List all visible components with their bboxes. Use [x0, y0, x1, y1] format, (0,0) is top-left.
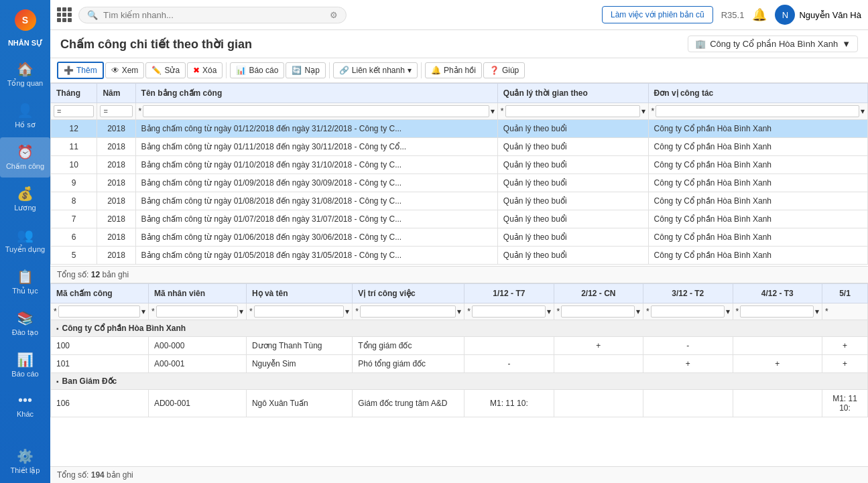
bcol-d4: 4/12 - T3 [733, 284, 822, 303]
bfilter-d1-icon[interactable]: ▾ [547, 307, 551, 316]
bfilter-d5[interactable]: * [822, 303, 867, 320]
bottom-table: Mã chấm công Mã nhân viên Họ và tên Vị t… [50, 283, 868, 417]
apps-grid-btn[interactable] [57, 7, 72, 22]
bottom-table-row[interactable]: 100 A00-000 Dương Thanh Tùng Tổng giám đ… [51, 337, 868, 355]
top-table-row[interactable]: 6 2018 Bảng chấm công từ ngày 01/06/2018… [51, 228, 868, 247]
filter-donvi[interactable]: * ▾ [648, 103, 867, 120]
group-header: ▪ Công ty Cổ phần Hòa Bình Xanh [51, 320, 868, 337]
sidebar-item-luong[interactable]: 💰 Lương [0, 179, 50, 219]
bottom-table-row[interactable]: 101 A00-001 Nguyễn Sim Phó tổng giám đốc… [51, 355, 868, 373]
delete-label: Xóa [202, 66, 216, 75]
filter-donvi-input[interactable] [656, 105, 859, 117]
top-table-row[interactable]: 10 2018 Bảng chấm công từ ngày 01/10/201… [51, 156, 868, 174]
top-table-row[interactable]: 5 2018 Bảng chấm công từ ngày 01/05/2018… [51, 247, 868, 265]
bfilter-manv-icon[interactable]: ▾ [239, 307, 243, 316]
sidebar: S NHÂN SỰ 🏠 Tổng quan 👤 Hồ sơ ⏰ Chấm côn… [0, 0, 50, 483]
sidebar-item-hoso[interactable]: 👤 Hồ sơ [0, 96, 50, 136]
sidebar-label-tuyendung: Tuyển dụng [5, 245, 45, 254]
cell-hoten: Nguyễn Sim [246, 355, 352, 373]
settings-search-icon[interactable]: ⚙ [330, 10, 338, 20]
group-expand-icon[interactable]: ▪ [56, 378, 59, 385]
bfilter-vitri-input[interactable] [360, 305, 456, 318]
search-input[interactable] [103, 10, 324, 20]
bfilter-d4-input[interactable] [740, 305, 814, 318]
sidebar-item-tongquan[interactable]: 🏠 Tổng quan [0, 54, 50, 94]
cell-hoten: Dương Thanh Tùng [246, 337, 352, 355]
top-table-row[interactable]: 7 2018 Bảng chấm công từ ngày 01/07/2018… [51, 210, 868, 228]
bottom-table-row[interactable]: 106 AD00-001 Ngô Xuân Tuấn Giám đốc trun… [51, 390, 868, 417]
group-expand-icon[interactable]: ▪ [56, 325, 59, 332]
filter-nam[interactable]: = [97, 103, 135, 120]
top-table-row[interactable]: 12 2018 Bảng chấm công từ ngày 01/12/201… [51, 120, 868, 138]
top-table-row[interactable]: 9 2018 Bảng chấm công từ ngày 01/09/2018… [51, 174, 868, 192]
cell-ten: Bảng chấm công từ ngày 01/12/2018 đến ng… [135, 120, 497, 138]
filter-quanly-dropdown-icon[interactable]: ▾ [641, 107, 645, 116]
sidebar-item-khac[interactable]: ••• Khác [0, 386, 50, 425]
sidebar-item-baocao[interactable]: 📊 Báo cáo [0, 345, 50, 385]
bfilter-d2-input[interactable] [561, 305, 635, 318]
reload-button[interactable]: 🔄 Nạp [286, 62, 325, 78]
company-selector[interactable]: 🏢 Công ty Cổ phần Hòa Bình Xanh ▼ [688, 36, 858, 52]
old-version-button[interactable]: Làm việc với phiên bản cũ [602, 6, 713, 23]
filter-ten-dropdown-icon[interactable]: ▾ [491, 107, 495, 116]
bfilter-d3-input[interactable] [651, 305, 725, 318]
bfilter-d2[interactable]: *▾ [554, 303, 643, 320]
filter-ten[interactable]: * ▾ [135, 103, 497, 120]
sidebar-item-thutuc[interactable]: 📋 Thủ tục [0, 262, 50, 302]
filter-thang[interactable]: = [51, 103, 97, 120]
bfilter-d4[interactable]: *▾ [733, 303, 822, 320]
search-bar[interactable]: 🔍 ⚙ [78, 7, 347, 23]
search-icon: 🔍 [87, 10, 98, 20]
bfilter-manv-input[interactable] [156, 305, 238, 318]
notification-bell-icon[interactable]: 🔔 [752, 7, 767, 22]
bfilter-d4-icon[interactable]: ▾ [815, 307, 819, 316]
bfilter-d1-input[interactable] [472, 305, 546, 318]
filter-quanly[interactable]: * ▾ [497, 103, 648, 120]
edit-button[interactable]: ✏️ Sửa [145, 62, 186, 78]
bfilter-vitri[interactable]: *▾ [353, 303, 464, 320]
total-label: Tổng số: [57, 270, 88, 279]
bfilter-hoten[interactable]: *▾ [246, 303, 352, 320]
view-button[interactable]: 👁 Xem [105, 62, 145, 78]
add-button[interactable]: ➕ Thêm [57, 62, 104, 79]
bfilter-d3-icon[interactable]: ▾ [726, 307, 730, 316]
cell-maccong: 101 [51, 355, 149, 373]
sidebar-item-tuyendung[interactable]: 👥 Tuyển dụng [0, 220, 50, 261]
more-icon: ••• [18, 393, 32, 408]
report-button[interactable]: 📊 Báo cáo [230, 62, 284, 78]
sidebar-item-chamcong[interactable]: ⏰ Chấm công [0, 137, 50, 178]
group-header: ▪ Ban Giám Đốc [51, 373, 868, 390]
bfilter-maccong-input[interactable] [58, 305, 140, 318]
cell-ten: Bảng chấm công từ ngày 01/09/2018 đến ng… [135, 174, 497, 192]
bfilter-maccong[interactable]: *▾ [51, 303, 149, 320]
top-table-row[interactable]: 11 2018 Bảng chấm công từ ngày 01/11/201… [51, 138, 868, 156]
group-name: Công ty Cổ phần Hòa Bình Xanh [62, 324, 186, 333]
user-area[interactable]: N Nguyễn Văn Hà [775, 5, 861, 25]
feedback-button[interactable]: 🔔 Phản hồi [425, 62, 482, 78]
bfilter-maccong-icon[interactable]: ▾ [141, 307, 145, 316]
bfilter-d1[interactable]: *▾ [464, 303, 554, 320]
top-table-section: Tháng Năm Tên bảng chấm công Quản lý thờ… [50, 83, 868, 266]
sidebar-label-baocao: Báo cáo [11, 370, 38, 378]
cell-d3: - [643, 337, 733, 355]
top-table-row[interactable]: 8 2018 Bảng chấm công từ ngày 01/08/2018… [51, 192, 868, 210]
bfilter-manv[interactable]: *▾ [148, 303, 246, 320]
filter-quanly-input[interactable] [505, 105, 640, 117]
bfilter-d3[interactable]: *▾ [643, 303, 733, 320]
filter-ten-input[interactable] [143, 105, 489, 117]
bfilter-hoten-input[interactable] [254, 305, 345, 318]
sidebar-item-daotao[interactable]: 📚 Đào tạo [0, 303, 50, 344]
bfilter-hoten-icon[interactable]: ▾ [345, 307, 349, 316]
filter-donvi-dropdown-icon[interactable]: ▾ [861, 107, 865, 116]
cell-thang: 9 [51, 174, 97, 192]
help-button[interactable]: ❓ Giúp [483, 62, 525, 78]
quicklink-button[interactable]: 🔗 Liên kết nhanh ▾ [333, 62, 418, 78]
cell-ten: Bảng chấm công từ ngày 01/07/2018 đến ng… [135, 210, 497, 228]
cell-ten: Bảng chấm công từ ngày 01/06/2018 đến ng… [135, 228, 497, 247]
delete-button[interactable]: ✖ Xóa [187, 62, 223, 78]
bfilter-d2-icon[interactable]: ▾ [636, 307, 640, 316]
bottom-total-count: 194 [91, 470, 105, 480]
quicklink-label: Liên kết nhanh [352, 66, 405, 75]
sidebar-item-thietlap[interactable]: ⚙️ Thiết lập [0, 441, 50, 482]
bfilter-vitri-icon[interactable]: ▾ [457, 307, 461, 316]
